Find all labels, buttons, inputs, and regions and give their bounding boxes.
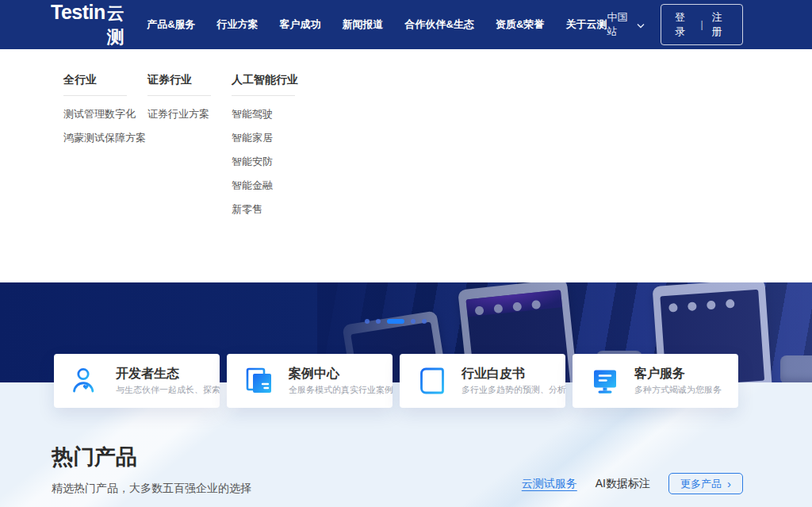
card-subtitle: 多种方式竭诚为您服务 (634, 384, 722, 396)
mega-menu-item[interactable]: 智能家居 (232, 133, 316, 144)
nav-item-about[interactable]: 关于云测 (565, 17, 607, 32)
hot-products-header: 热门产品 精选热门产品，大多数五百强企业的选择 (52, 443, 251, 496)
carousel-dot-active[interactable] (387, 319, 404, 324)
nav-menu: 产品&服务 行业方案 客户成功 新闻报道 合作伙伴&生态 资质&荣誉 关于云测 (147, 17, 607, 32)
auth-divider: | (700, 19, 703, 30)
card-customer-service[interactable]: 客户服务 多种方式竭诚为您服务 (573, 354, 738, 408)
tab-ai-data-annotation[interactable]: AI数据标注 (596, 477, 650, 491)
developer-ecosystem-icon (71, 365, 102, 397)
nav-item-industry-solutions[interactable]: 行业方案 (217, 17, 259, 32)
top-nav: Testin 云测 产品&服务 行业方案 客户成功 新闻报道 合作伙伴&生态 资… (0, 0, 812, 49)
card-subtitle: 多行业多趋势的预测、分析 (462, 384, 566, 396)
quick-link-cards: 开发者生态 与生态伙伴一起成长、探索 案例中心 全服务模式的真实行业案例 (54, 354, 738, 408)
column-divider (232, 95, 295, 96)
column-divider (63, 95, 127, 96)
page: Testin 云测 产品&服务 行业方案 客户成功 新闻报道 合作伙伴&生态 资… (0, 0, 812, 507)
login-button[interactable]: 登录 (675, 10, 691, 39)
mega-menu-item[interactable]: 智能金融 (232, 180, 316, 191)
mega-menu-item[interactable]: 智能安防 (232, 156, 316, 167)
mega-column-header: 人工智能行业 (232, 74, 316, 86)
card-text: 开发者生态 与生态伙伴一起成长、探索 (116, 367, 220, 396)
nav-item-products[interactable]: 产品&服务 (147, 17, 195, 32)
mega-menu-item[interactable]: 测试管理数字化 (63, 109, 147, 120)
industry-whitepaper-icon (416, 365, 448, 397)
carousel-dot[interactable] (376, 319, 381, 324)
column-divider (147, 95, 211, 96)
section-title: 热门产品 (52, 443, 251, 471)
mega-column-header: 全行业 (63, 74, 147, 86)
brand-logo[interactable]: Testin 云测 (51, 1, 131, 49)
card-text: 客户服务 多种方式竭诚为您服务 (634, 367, 722, 396)
region-selector[interactable]: 中国站 (607, 10, 645, 39)
auth-button-group: 登录 | 注册 (661, 4, 743, 45)
region-label: 中国站 (607, 10, 633, 39)
logo-suffix: 云测 (107, 2, 131, 49)
tab-cloud-testing[interactable]: 云测试服务 (522, 477, 577, 491)
card-industry-whitepaper[interactable]: 行业白皮书 多行业多趋势的预测、分析 (400, 354, 565, 408)
register-button[interactable]: 注册 (712, 10, 729, 39)
industry-mega-menu: 全行业 测试管理数字化 鸿蒙测试保障方案 证券行业 证券行业方案 人工智能行业 … (0, 49, 812, 282)
more-products-label: 更多产品 (680, 477, 722, 491)
more-products-button[interactable]: 更多产品 › (668, 473, 743, 494)
mega-menu-column-all-industries: 全行业 测试管理数字化 鸿蒙测试保障方案 (63, 74, 147, 282)
card-title: 行业白皮书 (462, 367, 566, 381)
hot-products-controls: 云测试服务 AI数据标注 更多产品 › (522, 473, 743, 494)
card-case-center[interactable]: 案例中心 全服务模式的真实行业案例 (227, 354, 393, 408)
mega-menu-item[interactable]: 智能驾驶 (232, 109, 316, 120)
carousel-dot[interactable] (422, 319, 427, 324)
card-title: 开发者生态 (116, 367, 220, 381)
card-title: 客户服务 (634, 367, 722, 381)
carousel-indicators (365, 319, 427, 324)
card-title: 案例中心 (289, 367, 393, 381)
card-subtitle: 与生态伙伴一起成长、探索 (116, 384, 220, 396)
nav-item-qualifications[interactable]: 资质&荣誉 (496, 17, 544, 32)
chevron-down-icon (637, 19, 645, 31)
carousel-dot[interactable] (365, 319, 370, 324)
nav-item-customer-success[interactable]: 客户成功 (280, 17, 321, 32)
mega-menu-item[interactable]: 新零售 (232, 204, 316, 215)
logo-text: Testin (51, 1, 105, 24)
nav-item-news[interactable]: 新闻报道 (343, 17, 384, 32)
arrow-right-icon: › (727, 478, 731, 490)
mega-menu-item[interactable]: 鸿蒙测试保障方案 (63, 133, 147, 144)
card-text: 案例中心 全服务模式的真实行业案例 (289, 367, 393, 396)
carousel-dot[interactable] (411, 319, 416, 324)
customer-service-icon (589, 365, 621, 397)
card-text: 行业白皮书 多行业多趋势的预测、分析 (462, 367, 566, 396)
nav-item-partners[interactable]: 合作伙伴&生态 (405, 17, 474, 32)
card-subtitle: 全服务模式的真实行业案例 (289, 384, 393, 396)
section-subtitle: 精选热门产品，大多数五百强企业的选择 (52, 482, 251, 496)
mega-menu-column-ai: 人工智能行业 智能驾驶 智能家居 智能安防 智能金融 新零售 (232, 74, 316, 282)
mega-menu-item[interactable]: 证券行业方案 (147, 109, 232, 120)
card-developer-ecosystem[interactable]: 开发者生态 与生态伙伴一起成长、探索 (54, 354, 220, 408)
case-center-icon (243, 365, 275, 397)
mega-menu-column-securities: 证券行业 证券行业方案 (147, 74, 232, 282)
mega-column-header: 证券行业 (147, 74, 232, 86)
